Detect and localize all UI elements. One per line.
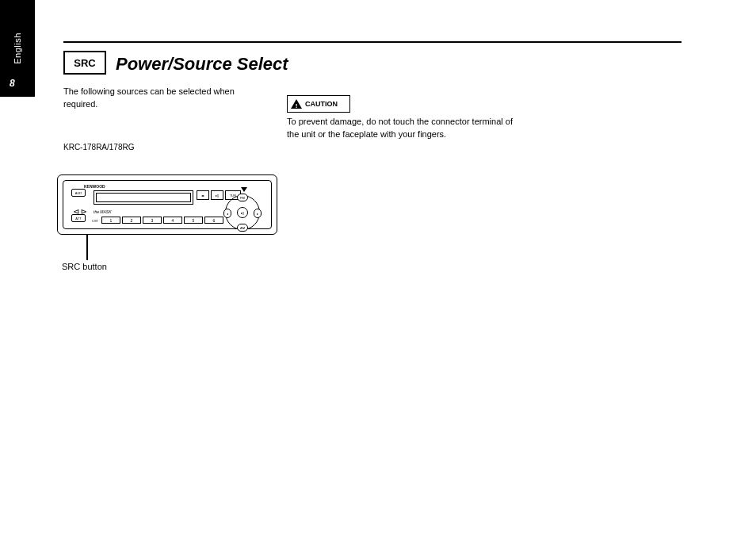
brand-label: KENWOOD — [84, 184, 105, 189]
faceplate-outline: KENWOOD AUD ATT ⊲ ⊲ the MASK CST ◂▸ ▸‖ T… — [57, 174, 277, 235]
diagram-model-label: KRC-178RA/178RG — [63, 143, 134, 151]
right-column: ! CAUTION To prevent damage, do not touc… — [287, 95, 525, 141]
src-badge: SRC — [63, 51, 106, 75]
page-number: 8 — [10, 78, 15, 89]
eject-arrow-icon — [241, 187, 247, 192]
rewind-icon: ◂▸ — [197, 190, 209, 200]
cst-label: CST — [92, 219, 98, 223]
preset-row: 1 2 3 4 5 6 — [101, 217, 223, 224]
page-title: Power/Source Select — [116, 54, 288, 75]
aud-button-icon: AUD — [71, 189, 86, 197]
caution-paragraph: To prevent damage, do not touch the conn… — [287, 116, 525, 141]
warning-triangle-icon: ! — [291, 99, 302, 109]
preset-1-icon: 1 — [101, 217, 120, 224]
play-pause-icon: ▸‖ — [211, 190, 223, 200]
preset-3-icon: 3 — [143, 217, 162, 224]
seek-next-icon: ⊲ — [81, 201, 87, 220]
dpad-right-icon: ▸ — [254, 209, 262, 218]
caution-box: ! CAUTION — [287, 95, 350, 113]
cassette-slot-icon — [94, 190, 193, 205]
callout-label: SRC button — [62, 262, 107, 271]
side-tab: English — [0, 0, 35, 97]
preset-5-icon: 5 — [184, 217, 203, 224]
cassette-inner-icon — [96, 193, 191, 202]
faceplate-diagram: KENWOOD AUD ATT ⊲ ⊲ the MASK CST ◂▸ ▸‖ T… — [57, 174, 277, 235]
dpad-group: FM AM ◂ ▸ ▸‖ — [225, 195, 260, 230]
preset-4-icon: 4 — [163, 217, 182, 224]
dpad-fm-icon: FM — [237, 194, 248, 201]
preset-6-icon: 6 — [204, 217, 223, 224]
header-rule — [63, 41, 682, 43]
svg-text:!: ! — [296, 102, 298, 109]
left-column: The following sources can be selected wh… — [63, 86, 269, 111]
src-badge-label: SRC — [74, 57, 95, 69]
side-tab-language: English — [13, 33, 22, 64]
seek-prev-icon: ⊲ — [73, 201, 79, 220]
faceplate-inner: KENWOOD AUD ATT ⊲ ⊲ the MASK CST ◂▸ ▸‖ T… — [63, 180, 272, 229]
caution-label: CAUTION — [305, 100, 338, 108]
dpad-am-icon: AM — [237, 224, 248, 232]
preset-2-icon: 2 — [122, 217, 141, 224]
callout-line — [86, 235, 88, 260]
dpad-center-icon: ▸‖ — [237, 207, 248, 218]
dpad-left-icon: ◂ — [223, 209, 231, 218]
intro-paragraph: The following sources can be selected wh… — [63, 86, 269, 111]
mask-label: the MASK — [94, 209, 112, 214]
